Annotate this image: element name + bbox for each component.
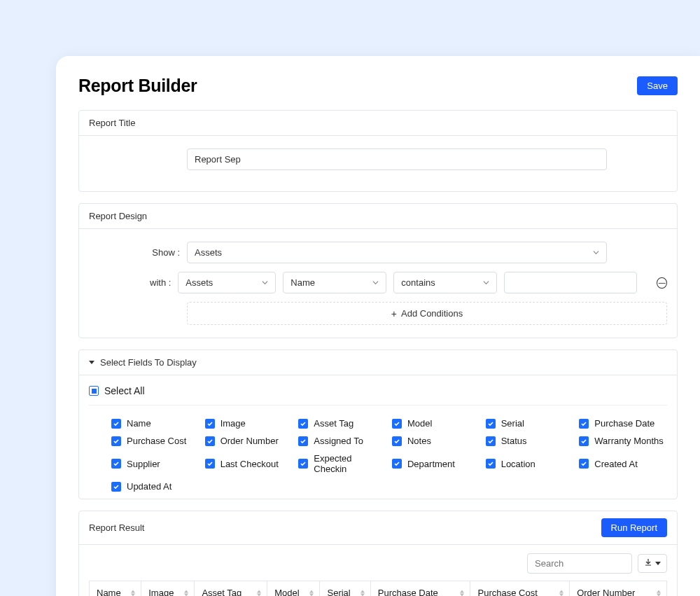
field-item: Last Checkout [205, 453, 293, 474]
show-select[interactable]: Assets [187, 242, 607, 263]
field-checkbox[interactable] [486, 459, 496, 469]
field-checkbox[interactable] [205, 436, 215, 446]
field-checkbox[interactable] [298, 436, 308, 446]
sort-icon [309, 590, 314, 596]
report-builder-panel: Report Builder Save Report Title Report … [56, 56, 700, 596]
field-label: Assigned To [314, 436, 363, 446]
result-table: NameImageAsset TagModelSerialPurchase Da… [89, 581, 667, 596]
field-checkbox[interactable] [111, 459, 121, 469]
field-checkbox[interactable] [111, 482, 121, 492]
remove-condition-icon[interactable]: — [657, 277, 667, 289]
field-item: Notes [392, 436, 480, 446]
column-header[interactable]: Model [267, 581, 320, 597]
add-conditions-label: Add Conditions [401, 308, 463, 319]
with-field-select[interactable]: Name [283, 272, 386, 293]
field-label: Updated At [127, 481, 172, 492]
field-label: Model [407, 418, 432, 429]
field-label: Order Number [220, 436, 279, 446]
report-title-card: Report Title [78, 110, 678, 192]
field-checkbox[interactable] [111, 419, 121, 429]
column-label: Order Number [577, 588, 635, 596]
field-label: Supplier [127, 459, 160, 469]
sort-icon [360, 590, 365, 596]
field-checkbox[interactable] [298, 419, 308, 429]
field-checkbox[interactable] [111, 436, 121, 446]
with-entity-select[interactable]: Assets [178, 272, 276, 293]
field-label: Name [127, 418, 151, 429]
field-checkbox[interactable] [392, 419, 402, 429]
select-all-label: Select All [104, 385, 145, 396]
report-title-input[interactable] [187, 148, 607, 170]
field-label: Asset Tag [314, 418, 354, 429]
report-result-label: Report Result [89, 522, 144, 533]
field-label: Serial [501, 418, 524, 429]
field-item: Created At [579, 453, 667, 474]
field-item: Serial [486, 418, 574, 429]
column-header[interactable]: Asset Tag [195, 581, 267, 597]
column-label: Model [274, 588, 299, 596]
field-item: Purchase Date [579, 418, 667, 429]
caret-down-icon [89, 361, 94, 364]
field-item: Supplier [111, 453, 200, 474]
save-button[interactable]: Save [637, 76, 678, 95]
field-item: Image [205, 418, 293, 429]
select-all-checkbox[interactable] [89, 386, 99, 396]
field-item: Order Number [205, 436, 293, 446]
field-checkbox[interactable] [392, 436, 402, 446]
column-label: Serial [327, 588, 350, 596]
download-icon [644, 558, 652, 569]
chevron-down-icon [372, 279, 379, 286]
field-item: Updated At [111, 481, 200, 492]
column-header[interactable]: Order Number [570, 581, 667, 597]
field-label: Status [501, 436, 527, 446]
column-label: Name [97, 588, 121, 596]
field-label: Image [220, 418, 246, 429]
sort-icon [184, 590, 188, 596]
field-label: Last Checkout [220, 459, 279, 469]
column-header[interactable]: Purchase Date [370, 581, 470, 597]
field-item: Name [111, 418, 200, 429]
column-label: Image [148, 588, 174, 596]
field-checkbox[interactable] [205, 459, 215, 469]
field-checkbox[interactable] [579, 419, 589, 429]
field-checkbox[interactable] [205, 419, 215, 429]
sort-icon [257, 590, 261, 596]
with-operator-select[interactable]: contains [393, 272, 497, 293]
field-label: Department [407, 459, 455, 469]
report-title-header: Report Title [79, 111, 677, 136]
run-report-button[interactable]: Run Report [601, 518, 667, 537]
select-fields-card: Select Fields To Display Select All Name… [78, 349, 678, 499]
field-checkbox[interactable] [579, 459, 589, 469]
field-label: Notes [407, 436, 431, 446]
field-label: Expected Checkin [314, 453, 386, 474]
download-button[interactable] [638, 554, 667, 573]
field-checkbox[interactable] [392, 459, 402, 469]
field-checkbox[interactable] [486, 419, 496, 429]
with-value-input[interactable] [504, 272, 637, 293]
field-checkbox[interactable] [579, 436, 589, 446]
show-label: Show : [89, 247, 180, 258]
select-fields-header[interactable]: Select Fields To Display [79, 350, 677, 375]
add-conditions-button[interactable]: + Add Conditions [187, 302, 667, 325]
column-header[interactable]: Image [141, 581, 195, 597]
field-item: Warranty Months [579, 436, 667, 446]
field-item: Location [486, 453, 574, 474]
field-label: Location [501, 459, 536, 469]
column-label: Asset Tag [202, 588, 241, 596]
report-design-card: Report Design Show : Assets with : Asset… [78, 203, 678, 338]
plus-icon: + [391, 309, 397, 319]
field-item: Expected Checkin [298, 453, 386, 474]
with-label: with : [89, 277, 171, 288]
field-checkbox[interactable] [298, 459, 308, 469]
field-item: Asset Tag [298, 418, 386, 429]
field-checkbox[interactable] [486, 436, 496, 446]
with-field-value: Name [290, 277, 315, 288]
field-label: Created At [594, 459, 637, 469]
result-search-input[interactable] [527, 553, 632, 574]
column-header[interactable]: Purchase Cost [470, 581, 570, 597]
column-header[interactable]: Serial [320, 581, 370, 597]
column-label: Purchase Date [378, 588, 438, 596]
column-header[interactable]: Name [90, 581, 141, 597]
field-label: Purchase Cost [127, 436, 186, 446]
page-title: Report Builder [78, 76, 197, 96]
